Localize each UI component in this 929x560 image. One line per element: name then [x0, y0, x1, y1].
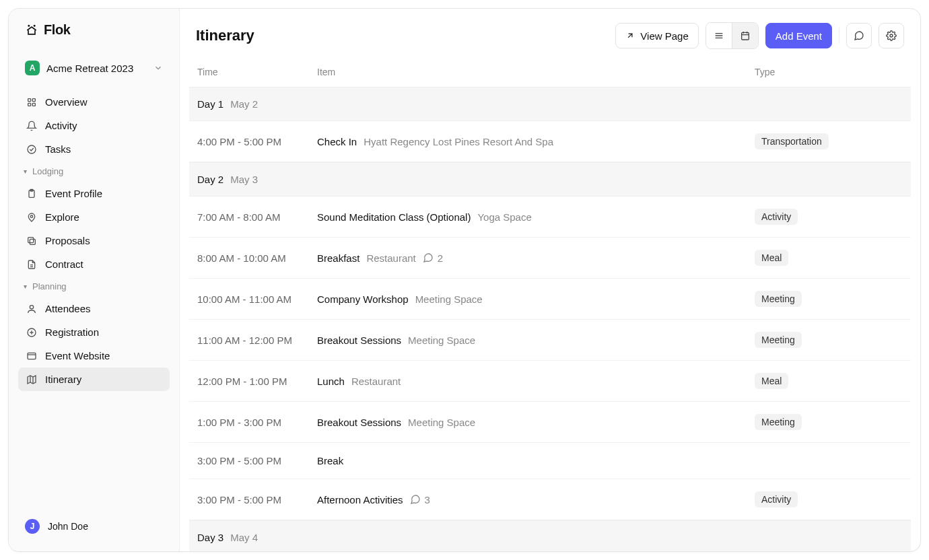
- svg-point-1: [34, 25, 35, 26]
- day-header: Day 2May 3: [189, 162, 911, 197]
- event-location: Restaurant: [351, 376, 401, 387]
- event-item: Afternoon Activities3: [317, 494, 755, 505]
- day-header: Day 3May 4: [189, 520, 911, 551]
- page-title: Itinerary: [196, 27, 254, 44]
- calendar-icon: [740, 30, 751, 41]
- grid-icon: [26, 97, 37, 108]
- svg-point-14: [30, 305, 33, 308]
- workspace-picker[interactable]: A Acme Retreat 2023: [18, 55, 170, 81]
- event-location: Yoga Space: [477, 211, 531, 223]
- chat-icon: [854, 30, 864, 41]
- event-time: 4:00 PM - 5:00 PM: [197, 136, 317, 147]
- event-row[interactable]: 3:00 PM - 5:00 PM Afternoon Activities3 …: [189, 479, 911, 520]
- sidebar-item-attendees[interactable]: Attendees: [18, 297, 170, 320]
- event-item: Breakout SessionsMeeting Space: [317, 335, 755, 346]
- event-row[interactable]: 7:00 AM - 8:00 AM Sound Meditation Class…: [189, 197, 911, 238]
- event-time: 12:00 PM - 1:00 PM: [197, 376, 317, 387]
- sidebar-item-itinerary[interactable]: Itinerary: [18, 368, 170, 391]
- sidebar-item-label: Event Website: [45, 350, 110, 361]
- event-type: Activity: [755, 491, 903, 508]
- event-title: Afternoon Activities: [317, 494, 403, 505]
- event-time: 3:00 PM - 5:00 PM: [197, 494, 317, 505]
- svg-rect-18: [28, 353, 36, 359]
- sidebar-item-label: Proposals: [45, 235, 90, 246]
- table-header: Time Item Type: [189, 59, 911, 87]
- sidebar-item-explore[interactable]: Explore: [18, 205, 170, 229]
- sidebar-item-activity[interactable]: Activity: [18, 114, 170, 137]
- event-type-chip: Meeting: [755, 291, 802, 307]
- calendar-view-button[interactable]: [732, 23, 758, 48]
- event-row[interactable]: 10:00 AM - 11:00 AM Company WorkshopMeet…: [189, 279, 911, 320]
- svg-rect-2: [28, 98, 31, 101]
- sidebar-item-contract[interactable]: Contract: [18, 252, 170, 276]
- svg-rect-4: [28, 103, 31, 106]
- event-type: Meeting: [755, 332, 903, 348]
- triangle-down-icon: ▾: [24, 168, 27, 175]
- sidebar-item-overview[interactable]: Overview: [18, 90, 170, 114]
- plus-circle-icon: [26, 327, 37, 338]
- user-menu[interactable]: J John Doe: [18, 514, 170, 539]
- event-comments[interactable]: 2: [423, 252, 443, 264]
- view-page-button[interactable]: View Page: [615, 23, 698, 48]
- toolbar-divider: [839, 28, 839, 44]
- sidebar-item-label: Tasks: [45, 143, 71, 155]
- day-label: Day 1: [197, 98, 223, 110]
- event-row[interactable]: 8:00 AM - 10:00 AM BreakfastRestaurant2 …: [189, 238, 911, 279]
- sidebar-item-label: Contract: [45, 258, 83, 270]
- sidebar-section-lodging[interactable]: ▾Lodging: [18, 161, 170, 179]
- sidebar-section-planning[interactable]: ▾Planning: [18, 276, 170, 294]
- event-item: BreakfastRestaurant2: [317, 252, 755, 264]
- event-item: Company WorkshopMeeting Space: [317, 293, 755, 305]
- sidebar-item-label: Event Profile: [45, 188, 102, 199]
- comments-button[interactable]: [846, 23, 872, 48]
- day-label: Day 2: [197, 174, 223, 185]
- sidebar-item-event-website[interactable]: Event Website: [18, 344, 170, 368]
- comment-count: 3: [425, 494, 430, 505]
- user-icon: [26, 304, 37, 314]
- brand-logo[interactable]: Flok: [18, 22, 170, 44]
- event-row[interactable]: 1:00 PM - 3:00 PM Breakout SessionsMeeti…: [189, 402, 911, 443]
- workspace-name: Acme Retreat 2023: [46, 63, 147, 74]
- event-title: Breakout Sessions: [317, 335, 401, 346]
- event-row[interactable]: 3:00 PM - 5:00 PM Break: [189, 443, 911, 479]
- event-row[interactable]: 12:00 PM - 1:00 PM LunchRestaurant Meal: [189, 361, 911, 402]
- event-row[interactable]: 4:00 PM - 5:00 PM Check InHyatt Regency …: [189, 121, 911, 162]
- event-location: Restaurant: [366, 252, 415, 264]
- sidebar-item-event-profile[interactable]: Event Profile: [18, 182, 170, 205]
- list-view-button[interactable]: [706, 23, 732, 48]
- sidebar-item-label: Explore: [45, 211, 79, 223]
- settings-button[interactable]: [879, 23, 904, 48]
- day-date: May 2: [230, 98, 258, 110]
- day-label: Day 3: [197, 532, 223, 543]
- svg-rect-10: [30, 239, 35, 244]
- sidebar-item-tasks[interactable]: Tasks: [18, 137, 170, 161]
- event-comments[interactable]: 3: [410, 494, 430, 505]
- file-icon: [26, 259, 37, 270]
- nav-main: OverviewActivityTasks: [18, 90, 170, 161]
- clipboard-icon: [26, 188, 37, 199]
- event-type-chip: Activity: [755, 491, 798, 508]
- event-type-chip: Meal: [755, 373, 788, 389]
- event-location: Meeting Space: [415, 293, 483, 305]
- event-item: Break: [317, 455, 755, 466]
- itinerary-table[interactable]: Time Item Type Day 1May 2 4:00 PM - 5:00…: [180, 59, 920, 551]
- event-time: 10:00 AM - 11:00 AM: [197, 293, 317, 305]
- event-time: 7:00 AM - 8:00 AM: [197, 211, 317, 223]
- svg-point-0: [28, 25, 29, 26]
- svg-rect-11: [28, 237, 34, 242]
- event-row[interactable]: 11:00 AM - 12:00 PM Breakout SessionsMee…: [189, 320, 911, 361]
- event-type: Meeting: [755, 414, 903, 430]
- bell-icon: [26, 120, 37, 131]
- sidebar-item-registration[interactable]: Registration: [18, 320, 170, 344]
- sidebar-item-label: Overview: [45, 96, 88, 108]
- add-event-button[interactable]: Add Event: [765, 23, 832, 48]
- event-title: Company Workshop: [317, 293, 409, 305]
- gear-icon: [886, 30, 897, 41]
- toolbar: View Page Add Eve: [615, 22, 904, 49]
- svg-point-30: [890, 34, 893, 37]
- event-title: Breakout Sessions: [317, 417, 401, 428]
- sidebar-section-label: Planning: [32, 281, 67, 291]
- sidebar-item-proposals[interactable]: Proposals: [18, 229, 170, 252]
- sidebar: Flok A Acme Retreat 2023 OverviewActivit…: [9, 9, 180, 551]
- svg-marker-20: [28, 376, 36, 384]
